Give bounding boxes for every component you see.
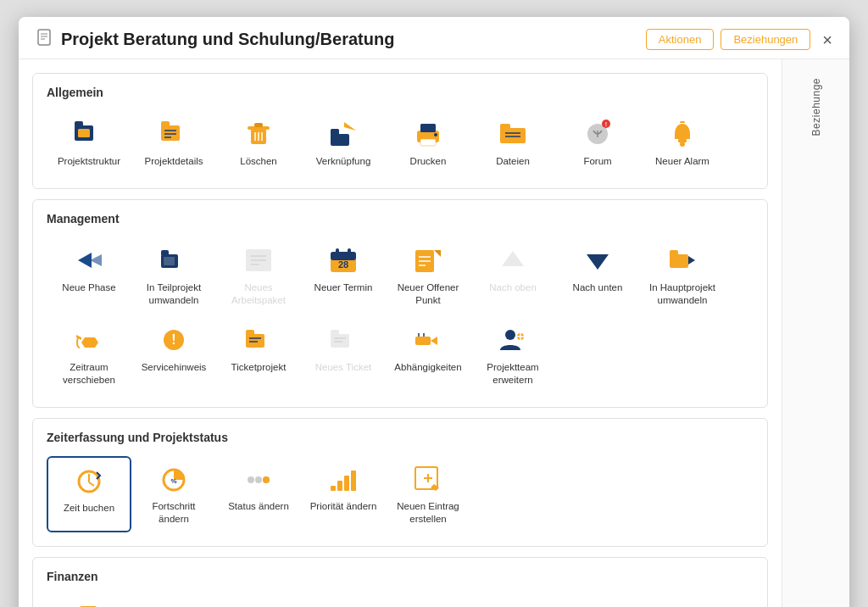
svg-text:%: % (170, 477, 176, 485)
neues-arbeitspaket-item: Neues Arbeitspaket (216, 237, 301, 314)
header-actions: Aktionen Beziehungen × (646, 29, 832, 50)
projektstruktur-item[interactable]: Projektstruktur (47, 111, 131, 175)
svg-point-81 (248, 476, 254, 483)
ticketprojekt-item[interactable]: Ticketprojekt (216, 317, 301, 393)
svg-rect-88 (351, 471, 356, 491)
nach-unten-item[interactable]: Nach unten (555, 237, 640, 314)
abhaengigkeiten-label: Abhängigkeiten (394, 361, 461, 374)
drucken-label: Drucken (410, 155, 447, 168)
fortschritt-aendern-item[interactable]: % Fortschritt ändern (131, 456, 216, 532)
in-teilprojekt-item[interactable]: In Teilprojekt umwandeln (131, 237, 216, 314)
projektdetails-item[interactable]: Projektdetails (131, 111, 216, 175)
svg-rect-18 (331, 134, 349, 146)
zeiterfassung-title: Zeiterfassung und Projektstatus (47, 431, 754, 444)
dateien-item[interactable]: Dateien (470, 111, 555, 175)
projektteam-erweitern-item[interactable]: Projektteam erweitern (470, 317, 555, 393)
drucken-item[interactable]: Drucken (386, 111, 470, 175)
neuer-alarm-label: Neuer Alarm (655, 155, 709, 168)
dateien-icon (497, 118, 529, 150)
neue-phase-item[interactable]: Neue Phase (47, 237, 131, 314)
neuer-beleg-item[interactable]: Neuer Beleg (47, 595, 131, 607)
svg-rect-86 (337, 481, 342, 491)
fortschritt-aendern-icon: % (158, 463, 190, 495)
document-icon (36, 29, 53, 50)
servicehinweis-item[interactable]: ! Servicehinweis (131, 317, 216, 393)
verknuepfung-icon (327, 118, 359, 150)
nach-oben-icon (497, 244, 529, 276)
ticketprojekt-icon (242, 324, 275, 356)
svg-text:!: ! (171, 332, 175, 347)
neues-arbeitspaket-icon (242, 244, 275, 276)
svg-point-32 (680, 142, 685, 147)
allgemein-title: Allgemein (47, 86, 754, 99)
zeiterfassung-section: Zeiterfassung und Projektstatus Zeit buc… (32, 418, 768, 547)
forum-label: Forum (583, 155, 611, 168)
zeitraum-verschieben-label: Zeitraum verschieben (52, 361, 126, 387)
nach-oben-label: Nach oben (489, 281, 537, 294)
svg-marker-69 (431, 337, 437, 345)
drucken-icon (412, 118, 444, 150)
svg-point-24 (434, 133, 437, 136)
modal: Projekt Beratung und Schulung/Beratung A… (19, 17, 849, 607)
zeit-buchen-item[interactable]: Zeit buchen (47, 456, 131, 532)
abhaengigkeiten-icon (412, 324, 444, 356)
title-area: Projekt Beratung und Schulung/Beratung (36, 29, 394, 50)
neue-phase-label: Neue Phase (62, 281, 115, 294)
zeit-buchen-label: Zeit buchen (64, 502, 114, 515)
status-aendern-icon (242, 463, 275, 495)
svg-rect-14 (254, 123, 263, 127)
svg-rect-87 (344, 476, 349, 491)
zeitraum-verschieben-item[interactable]: Zeitraum verschieben (47, 317, 131, 393)
in-teilprojekt-icon (158, 244, 190, 276)
abhaengigkeiten-item[interactable]: Abhängigkeiten (386, 317, 470, 393)
neues-ticket-icon (327, 324, 359, 356)
sidebar-label: Beziehunge (810, 78, 822, 136)
neuer-termin-label: Neuer Termin (314, 281, 373, 294)
svg-point-84 (263, 476, 270, 483)
neuer-offener-punkt-item[interactable]: Neuer Offener Punkt (386, 237, 470, 314)
neuer-alarm-item[interactable]: Neuer Alarm (640, 111, 725, 175)
neues-ticket-label: Neues Ticket (315, 361, 371, 374)
finanzen-title: Finanzen (47, 570, 754, 583)
neuen-eintrag-erstellen-label: Neuen Eintrag erstellen (391, 500, 465, 526)
status-aendern-item[interactable]: Status ändern (216, 456, 301, 532)
finanzen-grid: Neuer Beleg (47, 595, 754, 607)
modal-title: Projekt Beratung und Schulung/Beratung (61, 30, 394, 49)
svg-rect-8 (161, 121, 170, 127)
ticketprojekt-label: Ticketprojekt (231, 361, 287, 374)
aktionen-button[interactable]: Aktionen (646, 29, 715, 50)
in-hauptprojekt-item[interactable]: In Hauptprojekt umwandeln (640, 237, 725, 314)
svg-rect-22 (420, 124, 436, 132)
allgemein-grid: Projektstruktur Projektd (47, 111, 754, 175)
forum-icon: ! (581, 118, 614, 150)
zeitraum-verschieben-icon (73, 324, 105, 356)
neues-arbeitspaket-label: Neues Arbeitspaket (221, 281, 296, 307)
svg-rect-5 (75, 121, 83, 127)
neuen-eintrag-erstellen-item[interactable]: Neuen Eintrag erstellen (386, 456, 470, 532)
svg-rect-45 (336, 248, 339, 255)
projektstruktur-label: Projektstruktur (58, 155, 120, 168)
neuer-offener-punkt-label: Neuer Offener Punkt (391, 281, 465, 307)
svg-marker-20 (344, 122, 356, 131)
fortschritt-aendern-label: Fortschritt ändern (136, 500, 211, 526)
status-aendern-label: Status ändern (228, 500, 289, 513)
neuer-termin-item[interactable]: 28 Neuer Termin (301, 237, 386, 314)
close-button[interactable]: × (822, 31, 832, 48)
loeschen-item[interactable]: Löschen (216, 111, 301, 175)
svg-rect-25 (500, 128, 526, 143)
svg-rect-46 (348, 248, 351, 255)
servicehinweis-label: Servicehinweis (142, 361, 207, 374)
sidebar: Beziehunge (782, 59, 849, 607)
nach-unten-label: Nach unten (573, 281, 623, 294)
verknuepfung-label: Verknüpfung (316, 155, 371, 168)
beziehungen-button[interactable]: Beziehungen (721, 29, 810, 50)
projektstruktur-icon (73, 118, 105, 150)
forum-item[interactable]: ! Forum (555, 111, 640, 175)
prioritaet-aendern-item[interactable]: Priorität ändern (301, 456, 386, 532)
projektteam-erweitern-icon (497, 324, 529, 356)
main-content: Allgemein Projektstruktur (19, 59, 782, 607)
svg-rect-55 (670, 254, 688, 268)
nach-oben-item: Nach oben (470, 237, 555, 314)
verknuepfung-item[interactable]: Verknüpfung (301, 111, 386, 175)
svg-point-72 (505, 330, 515, 340)
